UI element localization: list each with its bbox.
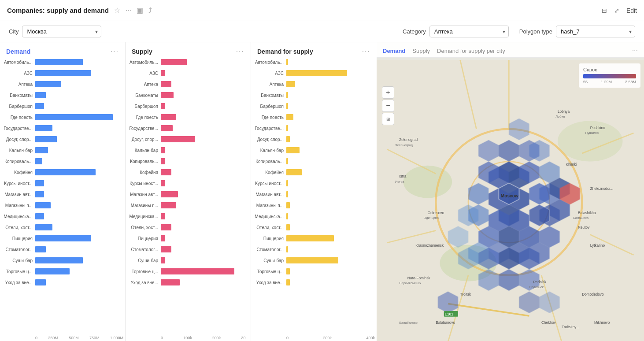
bar-label: Магазины п... (253, 203, 286, 208)
bar-label: Уход за вне... (253, 280, 286, 285)
bar-label: Отели, хост... (127, 225, 161, 230)
polygon-select-wrapper[interactable]: hash_7 (556, 26, 635, 37)
category-select-wrapper[interactable]: Аптека (429, 26, 509, 37)
supply-chart-header: Supply ··· (126, 42, 251, 57)
category-select[interactable]: Аптека (429, 26, 509, 37)
bar-fill (35, 180, 44, 186)
list-item: Где поесть (2, 112, 122, 122)
bar-fill (286, 235, 334, 241)
list-item: АЗС (127, 68, 247, 78)
map-more[interactable]: ··· (632, 47, 638, 55)
axis-label: 30... (241, 336, 249, 340)
bar-label: Торговые ц... (253, 269, 286, 274)
bar-track (161, 279, 247, 285)
legend-max: 2.58M (625, 80, 636, 84)
bar-track (286, 158, 373, 164)
bar-track (161, 257, 247, 263)
bar-label: Барбершоп (253, 104, 286, 109)
bar-track (35, 213, 122, 219)
map-container: Moscow Pushkino Пушкино Zelenograd Зелен… (377, 60, 644, 341)
bar-fill (286, 70, 347, 76)
bar-track (35, 224, 122, 230)
bar-fill (286, 136, 290, 142)
svg-text:E101: E101 (445, 312, 454, 316)
zoom-in-button[interactable]: + (382, 86, 394, 99)
svg-text:Lobnya: Lobnya (558, 109, 570, 114)
bar-fill (161, 268, 234, 274)
bar-track (161, 158, 247, 164)
edit-button[interactable]: Edit (626, 7, 637, 14)
list-item: Автомобиль... (2, 57, 122, 67)
list-item: Медицинска... (127, 211, 247, 221)
axis-label: 0 (161, 336, 163, 340)
bar-fill (286, 114, 293, 120)
polygon-select[interactable]: hash_7 (556, 26, 635, 37)
list-item: Барбершоп (2, 101, 122, 111)
bar-label: Кальян-бар (253, 148, 286, 153)
bar-fill (35, 136, 57, 142)
bar-fill (35, 158, 42, 164)
map-tab-demand-per-city[interactable]: Demand for supply per city (437, 48, 505, 54)
bar-track (161, 235, 247, 241)
main-content: Demand ··· Автомобиль... АЗС Аптека Банк… (0, 42, 644, 341)
bar-fill (161, 136, 195, 142)
list-item: Суши-бар (253, 256, 373, 265)
bar-fill (161, 70, 165, 76)
more-icon[interactable]: ··· (126, 7, 131, 15)
demand-supply-chart-more[interactable]: ··· (362, 48, 370, 56)
bar-track (35, 279, 122, 285)
map-tab-supply[interactable]: Supply (412, 48, 430, 54)
list-item: Курсы иност... (2, 178, 122, 188)
city-label: City (9, 28, 19, 35)
bar-fill (35, 279, 46, 285)
panel-toggle-button[interactable]: ⊟ (602, 7, 607, 14)
svg-text:Troitsk: Troitsk (460, 292, 471, 297)
bar-label: Автомобиль... (253, 60, 286, 65)
bar-track (161, 224, 247, 230)
page-title: Companies: supply and demand (7, 7, 109, 14)
svg-text:Лобня: Лобня (555, 115, 565, 119)
bar-fill (35, 213, 44, 219)
bar-fill (35, 92, 46, 98)
share-icon[interactable]: ⤴ (148, 7, 152, 15)
city-select-wrapper[interactable]: Москва (22, 26, 101, 37)
svg-text:Krasnoznamensk: Krasnoznamensk (415, 243, 444, 248)
bar-track (35, 191, 122, 197)
axis-label: 0 (35, 336, 37, 340)
bar-label: Кальян-бар (127, 148, 161, 153)
svg-text:Reutov: Reutov (578, 225, 590, 230)
bar-label: Магазины п... (127, 203, 161, 208)
bar-track (161, 92, 247, 98)
bar-fill (286, 125, 288, 131)
bar-fill (161, 191, 178, 197)
map-tab-demand[interactable]: Demand (383, 48, 405, 54)
demand-chart-more[interactable]: ··· (111, 48, 119, 56)
supply-chart-more[interactable]: ··· (236, 48, 244, 56)
expand-button[interactable]: ⤢ (614, 7, 619, 14)
bar-fill (286, 279, 290, 285)
map-options-button[interactable]: ⊞ (382, 113, 394, 125)
svg-text:Troitskoy...: Troitskoy... (562, 325, 579, 329)
bar-chart: Автомобиль... АЗС Аптека Банкоматы Барбе… (127, 57, 247, 335)
city-select[interactable]: Москва (22, 26, 101, 37)
bar-fill (35, 191, 44, 197)
folder-icon[interactable]: ▣ (137, 6, 143, 15)
bar-label: Магазин авт... (127, 192, 161, 197)
list-item: Досуг, спор... (127, 134, 247, 144)
bar-label: Пиццерия (127, 236, 161, 241)
zoom-out-button[interactable]: − (382, 100, 394, 112)
axis-label: 0 (286, 336, 289, 340)
svg-text:Istra: Istra (399, 174, 406, 178)
bar-track (35, 158, 122, 164)
bar-label: Отели, хост... (253, 225, 286, 230)
svg-text:Истра: Истра (395, 180, 404, 184)
bar-track (286, 180, 373, 186)
star-icon[interactable]: ☆ (114, 6, 120, 15)
bar-fill (35, 125, 52, 131)
list-item: Пиццерия (253, 234, 373, 243)
bar-track (161, 213, 247, 219)
bar-label: Аптека (2, 82, 35, 87)
bar-track (286, 224, 373, 230)
bar-label: Курсы иност... (127, 181, 161, 186)
svg-text:Пушкино: Пушкино (585, 131, 599, 135)
